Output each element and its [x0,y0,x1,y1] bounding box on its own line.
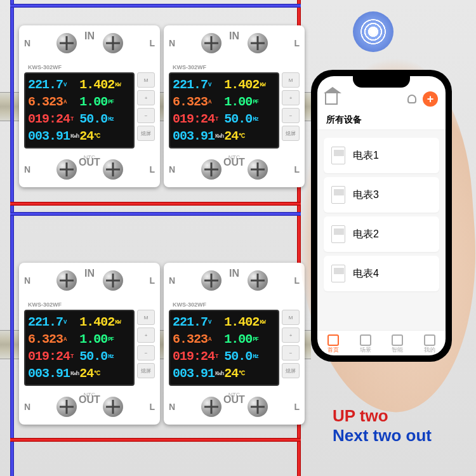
notch [353,76,410,88]
wire-neutral [10,0,14,476]
lcd-display: 221.7V 1.402KW 6.323A 1.00PF 019:24T 50.… [169,72,279,149]
add-button[interactable]: + [423,91,438,107]
screw-icon [201,159,221,180]
mic-icon[interactable] [407,95,416,103]
screw-icon [56,270,77,291]
power-meter: N IN L KWS-302WF 221.7V 1.402KW 6.323A 1… [164,25,305,187]
wifi-icon [353,11,393,52]
power-meter: N IN L KWS-302WF 221.7V 1.402KW 6.323A 1… [19,263,160,425]
power-meter: N IN L KWS-302WF 221.7V 1.402KW 6.323A 1… [19,25,160,187]
meter-icon [331,225,345,243]
screw-icon [103,270,123,291]
lcd-display: 221.7V 1.402KW 6.323A 1.00PF 019:24T 50.… [24,310,135,386]
screw-icon [103,159,123,180]
wire-neutral [10,4,301,8]
caption-line1: UP two [333,406,432,426]
nav-home[interactable]: 首页 [327,334,339,354]
meter-button-minus[interactable]: − [137,108,155,123]
meter-button-screen[interactable]: 熄屏 [137,126,155,141]
terminal-n: N [24,38,30,48]
terminal-l: L [149,164,155,175]
model-label: KWS-302WF [28,64,62,70]
wire-neutral [10,212,301,216]
nav-smart[interactable]: 智能 [392,334,403,354]
screw-icon [201,33,221,53]
device-item[interactable]: 电表1 [324,138,439,173]
phone-in-hand: 09:22 4G + 所有设备 电表1 [297,57,475,413]
section-title: 所有设备 [317,110,446,130]
device-name: 电表2 [353,228,379,241]
screw-icon [56,159,77,180]
wire-live [10,202,301,206]
caption: UP two Next two out [333,406,432,446]
meter-button-m[interactable]: M [137,72,155,88]
screw-icon [201,397,221,417]
screw-icon [248,159,268,180]
wire-live [10,438,301,442]
meter-button-minus[interactable]: − [137,345,155,360]
in-label: IN [84,30,95,42]
lcd-display: 221.7V 1.402KW 6.323A 1.00PF 019:24T 50.… [24,72,135,149]
device-name: 电表3 [353,188,379,202]
meter-icon [331,265,345,282]
nav-scene[interactable]: 场景 [360,334,371,354]
screw-icon [56,397,77,417]
meter-icon [331,186,345,204]
bottom-nav: 首页 场景 智能 我的 [317,330,446,355]
meter-button-plus[interactable]: + [137,327,155,343]
out-label: OUT [79,157,100,168]
screw-icon [248,270,268,291]
screw-icon [248,33,268,53]
terminal-n: N [24,164,30,175]
screw-icon [201,270,221,291]
device-item[interactable]: 电表2 [324,216,439,252]
product-diagram: N IN L KWS-302WF 221.7V 1.402KW 6.323A 1… [0,0,476,476]
smartphone: 09:22 4G + 所有设备 电表1 [311,70,452,362]
meter-button-m[interactable]: M [137,310,155,325]
nav-me[interactable]: 我的 [424,334,435,354]
screw-icon [103,33,123,53]
device-list: 电表1 电表3 电表2 电表4 [317,130,446,330]
screw-icon [103,397,123,417]
caption-line2: Next two out [333,426,432,446]
terminal-l: L [149,38,155,48]
device-item[interactable]: 电表4 [324,256,439,291]
screw-icon [56,33,77,53]
meter-button-screen[interactable]: 熄屏 [137,363,155,378]
meter-icon [331,147,345,164]
device-name: 电表4 [353,267,379,281]
device-name: 电表1 [353,149,379,162]
home-icon[interactable] [325,93,338,105]
power-meter: N IN L KWS-302WF 221.7V 1.402KW 6.323A 1… [164,263,305,425]
meter-button-plus[interactable]: + [137,90,155,105]
screw-icon [248,397,268,417]
lcd-display: 221.7V 1.402KW 6.323A 1.00PF 019:24T 50.… [169,310,279,386]
device-item[interactable]: 电表3 [324,177,439,213]
